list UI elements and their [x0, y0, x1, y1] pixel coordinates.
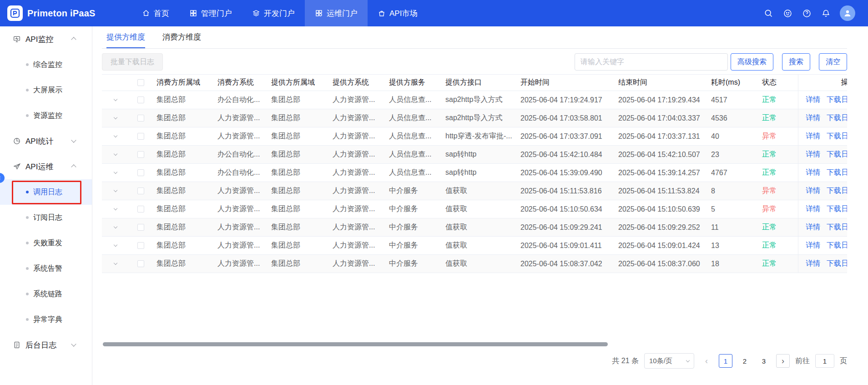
cell-duration: 5 [707, 205, 757, 213]
row-expand-icon[interactable] [114, 98, 117, 101]
page-button-3[interactable]: 3 [757, 354, 771, 368]
detail-link[interactable]: 详情 [806, 113, 820, 123]
cell-start-time: 2025-06-04 17:03:37.091 [516, 132, 614, 141]
select-all-checkbox[interactable] [137, 79, 144, 86]
row-expand-icon[interactable] [114, 171, 117, 174]
advanced-search-button[interactable]: 高级搜索 [731, 53, 773, 71]
cell-consumer-system: 人力资源管... [213, 132, 267, 141]
page-button-2[interactable]: 2 [738, 354, 752, 368]
detail-link[interactable]: 详情 [806, 150, 820, 159]
sidebar-item-system-trace[interactable]: 系统链路 [0, 281, 92, 307]
row-checkbox[interactable] [137, 224, 144, 231]
download-log-link[interactable]: 下载日志 [827, 150, 847, 159]
brand-logo-icon [7, 5, 23, 21]
row-checkbox[interactable] [137, 242, 144, 249]
download-log-link[interactable]: 下载日志 [827, 132, 847, 141]
goto-page-input[interactable] [815, 354, 834, 368]
download-log-link[interactable]: 下载日志 [827, 113, 847, 123]
nav-item-api-market[interactable]: API市场 [368, 0, 427, 26]
page-button-1[interactable]: 1 [719, 354, 732, 368]
cell-consumer-system: 人力资源管... [213, 186, 267, 196]
nav-item-admin-portal[interactable]: 管理门户 [179, 0, 242, 26]
table-row: 集团总部 人力资源管... 集团总部 人力资源管... 中介服务 值获取 202… [102, 200, 847, 218]
nav-item-ops-portal[interactable]: 运维门户 [305, 0, 368, 26]
sidebar-item-comprehensive-monitor[interactable]: 综合监控 [0, 52, 92, 77]
apps-icon [315, 9, 323, 17]
row-expand-icon[interactable] [114, 152, 117, 156]
ai-assistant-icon[interactable] [782, 8, 792, 18]
row-expand-icon[interactable] [114, 243, 117, 247]
detail-link[interactable]: 详情 [806, 241, 820, 250]
download-log-link[interactable]: 下载日志 [827, 204, 847, 214]
log-table: 消费方所属域 消费方系统 提供方所属域 提供方系统 提供方服务 提供方接口 开始… [102, 74, 847, 349]
sidebar-item-failure-retry[interactable]: 失败重发 [0, 230, 92, 256]
clear-button[interactable]: 清空 [819, 53, 847, 71]
horizontal-scrollbar[interactable] [103, 342, 608, 346]
next-page-button[interactable]: › [776, 354, 790, 368]
detail-link[interactable]: 详情 [806, 204, 820, 214]
col-consumer-system: 消费方系统 [213, 78, 267, 87]
row-checkbox[interactable] [137, 169, 144, 176]
cell-consumer-system: 人力资源管... [213, 259, 267, 268]
download-log-link[interactable]: 下载日志 [827, 95, 847, 105]
batch-download-button[interactable]: 批量下载日志 [102, 53, 163, 71]
prev-page-button[interactable]: ‹ [700, 354, 713, 368]
brand[interactable]: Primeton iPaaS [0, 5, 105, 21]
nav-item-home[interactable]: 首页 [132, 0, 179, 26]
detail-link[interactable]: 详情 [806, 95, 820, 105]
download-log-link[interactable]: 下载日志 [827, 259, 847, 268]
sidebar-item-resource-monitor[interactable]: 资源监控 [0, 103, 92, 128]
sidebar-item-subscription-logs[interactable]: 订阅日志 [0, 205, 92, 230]
search-icon[interactable] [763, 8, 773, 18]
cell-provider-system: 人力资源管... [328, 186, 384, 196]
cell-provider-domain: 集团总部 [267, 132, 328, 141]
row-expand-icon[interactable] [114, 225, 117, 228]
sidebar-item-big-screen[interactable]: 大屏展示 [0, 77, 92, 103]
row-expand-icon[interactable] [114, 262, 117, 265]
row-checkbox[interactable] [137, 96, 144, 103]
user-avatar[interactable] [840, 5, 855, 21]
search-button[interactable]: 搜索 [782, 53, 810, 71]
tab-provider-dimension[interactable]: 提供方维度 [106, 26, 145, 48]
detail-link[interactable]: 详情 [806, 132, 820, 141]
row-checkbox[interactable] [137, 133, 144, 140]
row-checkbox[interactable] [137, 206, 144, 213]
col-provider-api: 提供方接口 [441, 78, 516, 87]
cell-end-time: 2025-06-04 15:09:01.424 [614, 242, 707, 250]
row-checkbox[interactable] [137, 187, 144, 194]
detail-link[interactable]: 详情 [806, 223, 820, 232]
keyword-search-input[interactable] [575, 53, 728, 71]
sidebar-group-api-ops[interactable]: API运维 [0, 154, 92, 179]
detail-link[interactable]: 详情 [806, 186, 820, 196]
sidebar-group-backend-logs[interactable]: 后台日志 [0, 332, 92, 358]
download-log-link[interactable]: 下载日志 [827, 186, 847, 196]
row-expand-icon[interactable] [114, 116, 117, 119]
sidebar-group-api-monitor[interactable]: API监控 [0, 26, 92, 52]
nav-item-dev-portal[interactable]: 开发门户 [242, 0, 305, 26]
download-log-link[interactable]: 下载日志 [827, 241, 847, 250]
cell-duration: 11 [707, 223, 757, 232]
row-expand-icon[interactable] [114, 189, 117, 192]
cell-end-time: 2025-06-04 17:19:29.434 [614, 96, 707, 104]
download-log-link[interactable]: 下载日志 [827, 223, 847, 232]
bell-icon[interactable] [821, 8, 831, 18]
row-checkbox[interactable] [137, 151, 144, 158]
row-checkbox[interactable] [137, 115, 144, 122]
detail-link[interactable]: 详情 [806, 168, 820, 177]
detail-link[interactable]: 详情 [806, 259, 820, 268]
help-icon[interactable] [802, 8, 812, 18]
sidebar-group-api-stats[interactable]: API统计 [0, 128, 92, 154]
row-expand-icon[interactable] [114, 207, 117, 210]
sidebar-item-exception-dict[interactable]: 异常字典 [0, 307, 92, 332]
page-size-select[interactable]: 10条/页 [644, 353, 694, 369]
cell-provider-system: 人力资源管... [328, 150, 384, 159]
cell-consumer-system: 办公自动化... [213, 168, 267, 177]
table-row: 集团总部 人力资源管... 集团总部 人力资源管... 人员信息查... sap… [102, 109, 847, 127]
sidebar-item-call-logs[interactable]: 调用日志 [0, 179, 92, 205]
tab-consumer-dimension[interactable]: 消费方维度 [162, 26, 201, 48]
cell-duration: 23 [707, 151, 757, 159]
sidebar-item-system-alerts[interactable]: 系统告警 [0, 256, 92, 281]
row-checkbox[interactable] [137, 260, 144, 267]
row-expand-icon[interactable] [114, 134, 117, 137]
download-log-link[interactable]: 下载日志 [827, 168, 847, 177]
